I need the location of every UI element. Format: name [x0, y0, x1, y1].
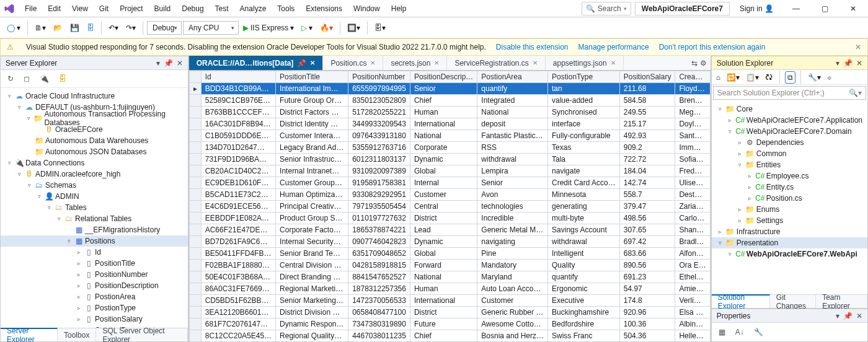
- switch-view-icon[interactable]: 🔁▾: [725, 72, 742, 83]
- table-row[interactable]: B763BB1CCCEF…District Factors …517282025…: [189, 107, 710, 118]
- menu-debug[interactable]: Debug: [177, 2, 208, 15]
- table-row[interactable]: CB20AC1D40C2…Internal Intranet…931092009…: [189, 165, 710, 177]
- close-icon[interactable]: ✕: [177, 59, 183, 68]
- tab-dropdown-icon[interactable]: ⇆: [691, 59, 698, 68]
- expand-icon[interactable]: ▿: [25, 182, 33, 188]
- table-row[interactable]: AC66F21E47DE…Corporate Facto…18653788742…: [189, 224, 710, 236]
- stop-icon[interactable]: ◻: [20, 72, 33, 86]
- editor-tab[interactable]: ServiceRegistration.cs✕: [447, 56, 545, 70]
- tree-node[interactable]: ▿👤ADMIN: [1, 191, 188, 202]
- menu-build[interactable]: Build: [149, 2, 176, 15]
- expand-icon[interactable]: ▿: [727, 251, 734, 257]
- menu-extensions[interactable]: Extensions: [301, 2, 347, 15]
- expand-icon[interactable]: ▿: [65, 238, 73, 244]
- table-row[interactable]: B5CAD11E73C2…Human Optimiza…933082929295…: [189, 189, 710, 201]
- table-row[interactable]: EEBDDF1E082A…Product Group S…01101977276…: [189, 213, 710, 224]
- startup-project[interactable]: WebApiOracleEFCore7: [635, 2, 730, 15]
- tree-node[interactable]: ▿☁Oracle Cloud Infrastructure: [1, 90, 188, 102]
- dropdown-icon[interactable]: ▾: [836, 59, 839, 68]
- open-button[interactable]: 📂: [50, 21, 66, 35]
- pin-icon[interactable]: 📌: [843, 59, 852, 68]
- editor-tab[interactable]: ORACLE://AD…itions[Data]📌✕: [189, 56, 324, 70]
- table-row[interactable]: 134D701D2647…Legacy Brand Ad…53559127637…: [189, 142, 710, 154]
- column-header[interactable]: PositionNumber: [348, 71, 410, 83]
- editor-tab[interactable]: Position.cs✕: [323, 56, 383, 70]
- expand-icon[interactable]: ▹: [737, 206, 744, 213]
- solution-search-input[interactable]: Search Solution Explorer (Ctrl+;) 🔍▾: [713, 86, 866, 100]
- redo-button[interactable]: ↷▾: [123, 21, 139, 35]
- expand-icon[interactable]: ▹: [737, 217, 744, 224]
- panel-tab[interactable]: Team Explorer: [816, 295, 867, 308]
- close-icon[interactable]: ✕: [856, 312, 862, 320]
- tree-node[interactable]: ▿▦Positions: [1, 235, 188, 247]
- solution-tree[interactable]: ▿📁Core▹C#WebApiOracleEFCore7.Application…: [712, 101, 867, 294]
- save-all-button[interactable]: 🗄: [84, 21, 97, 35]
- expand-icon[interactable]: ▹: [75, 260, 82, 266]
- wrench-icon[interactable]: 🔧: [751, 325, 766, 339]
- manage-performance-link[interactable]: Manage performance: [578, 43, 649, 51]
- close-icon[interactable]: ✕: [856, 59, 862, 68]
- close-tab-icon[interactable]: ✕: [310, 59, 315, 66]
- table-row[interactable]: 731F9D1D96BA…Senior Infrastruc…601231180…: [189, 154, 710, 165]
- tree-node[interactable]: ▹C#Position.cs: [712, 193, 867, 204]
- run-no-debug-button[interactable]: ▷▾: [298, 21, 316, 35]
- table-row[interactable]: 16AC301DF8B94…District Identity …3449933…: [189, 118, 710, 130]
- table-row[interactable]: 681F7C2076147…Dynamic Respon…73473803198…: [189, 318, 710, 330]
- tree-node[interactable]: ▹▯Id: [1, 247, 188, 258]
- config-combo[interactable]: Debug: [147, 21, 182, 35]
- expand-icon[interactable]: ▿: [6, 160, 13, 166]
- tree-node[interactable]: ▹▯PositionTitle: [1, 258, 188, 269]
- tree-node[interactable]: ▹⚙Dependencies: [712, 137, 867, 148]
- db-button[interactable]: 🗄▾: [371, 21, 389, 35]
- dont-report-link[interactable]: Don't report this extension again: [659, 43, 766, 51]
- menu-test[interactable]: Test: [210, 2, 234, 15]
- expand-icon[interactable]: ▿: [737, 162, 744, 168]
- expand-icon[interactable]: ▹: [717, 229, 724, 235]
- expand-icon[interactable]: ▿: [16, 104, 23, 110]
- pin-icon[interactable]: 📌: [843, 312, 852, 320]
- menu-tools[interactable]: Tools: [272, 2, 299, 15]
- table-row[interactable]: CD5BD51F62BB…Senior Marketing…1472370056…: [189, 295, 710, 307]
- tree-node[interactable]: ▹C#WebApiOracleEFCore7.Application: [712, 115, 867, 126]
- tree-node[interactable]: ▿C#WebApiOracleEFCore7.Domain: [712, 126, 867, 137]
- categorized-icon[interactable]: ▦: [715, 325, 728, 339]
- tree-node[interactable]: ▿📁Autonomous Transaction Processing Data…: [1, 113, 188, 124]
- close-tab-icon[interactable]: ✕: [611, 59, 616, 66]
- tab-settings-icon[interactable]: ⚙: [700, 59, 707, 68]
- show-all-icon[interactable]: ⧉: [785, 71, 795, 84]
- column-header[interactable]: PositionSalary: [619, 71, 675, 83]
- home-icon[interactable]: ⌂: [714, 72, 722, 83]
- dropdown-icon[interactable]: ▾: [836, 312, 839, 320]
- expand-icon[interactable]: ▿: [55, 216, 63, 222]
- table-row[interactable]: 8C12CC20A5E45…Regional Quality…446703801…: [189, 330, 710, 342]
- tree-node[interactable]: ▿📁Core: [712, 103, 867, 115]
- tree-node[interactable]: ▹📁Common: [712, 148, 867, 159]
- refresh-icon[interactable]: ↻: [4, 72, 17, 86]
- menu-git[interactable]: Git: [94, 2, 113, 15]
- minimize-button[interactable]: —: [784, 0, 808, 17]
- menu-edit[interactable]: Edit: [43, 2, 66, 15]
- pin-icon[interactable]: 📌: [297, 59, 306, 68]
- panel-tab[interactable]: Toolbox: [58, 328, 96, 341]
- expand-icon[interactable]: ▿: [16, 171, 23, 177]
- run-button[interactable]: ▶IIS Express ▾: [240, 21, 297, 35]
- table-row[interactable]: E4C6D91ECE56…Principal Creativ…797193550…: [189, 201, 710, 213]
- preview-icon[interactable]: ⟐: [825, 72, 833, 83]
- close-tab-icon[interactable]: ✕: [434, 59, 439, 66]
- tree-node[interactable]: ▹📁Enums: [712, 204, 867, 215]
- tree-node[interactable]: ▹C#Employee.cs: [712, 170, 867, 182]
- expand-icon[interactable]: ▿: [35, 193, 43, 200]
- menu-help[interactable]: Help: [386, 2, 412, 15]
- column-header[interactable]: PositionTitle: [276, 71, 348, 83]
- hot-reload-button[interactable]: 🔥▾: [317, 21, 336, 35]
- expand-icon[interactable]: ▿: [6, 93, 13, 99]
- tree-node[interactable]: ▿📁Presentation: [712, 237, 867, 248]
- panel-tab[interactable]: Server Explorer: [1, 328, 58, 341]
- editor-tab[interactable]: appsettings.json✕: [546, 56, 624, 70]
- tree-node[interactable]: ▦__EFMigrationsHistory: [1, 224, 188, 235]
- tree-node[interactable]: ▹▯PositionDescription: [1, 280, 188, 291]
- table-row[interactable]: EC9DEB1D610F…Customer Group…919589175838…: [189, 177, 710, 189]
- platform-combo[interactable]: Any CPU: [183, 21, 239, 35]
- sign-in-link[interactable]: Sign in 👤: [733, 4, 780, 13]
- expand-icon[interactable]: ▹: [737, 151, 744, 157]
